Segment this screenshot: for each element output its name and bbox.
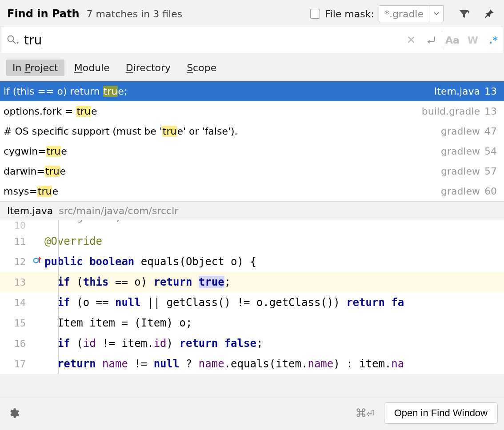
result-location: gradlew 57 (441, 166, 497, 177)
code-preview[interactable]: 10String name;11@Override12public boolea… (0, 220, 504, 374)
results-list: if (this == o) return true;Item.java 13o… (0, 81, 504, 201)
dialog-title: Find in Path (7, 8, 80, 20)
dialog-footer: ⌘⏎ Open in Find Window (0, 398, 504, 430)
svg-line-1 (13, 41, 16, 44)
preview-file: Item.java (7, 205, 53, 216)
code-line[interactable]: 14 if (o == null || getClass() != o.getC… (0, 292, 504, 313)
code-line[interactable]: 13 if (this == o) return true; (0, 272, 504, 292)
result-row[interactable]: if (this == o) return true;Item.java 13 (0, 81, 504, 101)
line-number: 14 (0, 297, 44, 308)
shortcut-hint: ⌘⏎ (355, 406, 374, 420)
code-line[interactable]: 12public boolean equals(Object o) { (0, 251, 504, 272)
file-mask-select[interactable]: *.gradle (379, 5, 444, 22)
dialog-header: Find in Path 7 matches in 3 files File m… (0, 0, 504, 27)
scope-tabs: In Project Module Directory Scope (0, 53, 504, 81)
result-row[interactable]: darwin=truegradlew 57 (0, 161, 504, 181)
words-toggle[interactable]: W (463, 27, 483, 53)
gear-icon[interactable] (6, 406, 21, 421)
result-location: build.gradle 13 (422, 106, 497, 117)
tab-directory[interactable]: Directory (120, 60, 177, 76)
line-number: 11 (0, 236, 44, 247)
search-query-display: tru (20, 33, 42, 48)
tab-scope[interactable]: Scope (180, 60, 223, 76)
code-line[interactable]: 16 if (id != item.id) return false; (0, 333, 504, 354)
match-case-toggle[interactable]: Aa (442, 27, 463, 53)
newline-icon[interactable] (421, 27, 442, 53)
file-mask-value: *.gradle (379, 8, 429, 20)
line-number: 13 (0, 277, 44, 288)
code-line[interactable]: 17 return name != null ? name.equals(ite… (0, 354, 504, 374)
preview-path: src/main/java/com/srcclr (59, 205, 178, 216)
indent-guide (58, 220, 59, 374)
code-content: if (o == null || getClass() != o.getClas… (44, 296, 404, 309)
result-row[interactable]: options.fork = truebuild.gradle 13 (0, 101, 504, 121)
code-content: return name != null ? name.equals(item.n… (44, 358, 404, 370)
line-number: 15 (0, 318, 44, 329)
result-text: msys=true (4, 186, 58, 197)
override-marker-icon[interactable] (33, 256, 42, 267)
result-text: cygwin=true (4, 146, 67, 157)
code-content: if (id != item.id) return false; (44, 337, 263, 350)
file-mask-checkbox[interactable] (310, 9, 320, 19)
regex-toggle[interactable]: .* (483, 27, 504, 53)
code-content: public boolean equals(Object o) { (44, 255, 256, 268)
filter-icon[interactable]: ▾ (458, 6, 473, 21)
pin-icon[interactable] (482, 6, 497, 21)
search-bar: ▾ tru ✕ Aa W .* (0, 27, 504, 53)
code-line[interactable]: 11@Override (0, 231, 504, 251)
file-mask-label: File mask: (325, 8, 374, 20)
result-location: Item.java 13 (434, 86, 497, 97)
result-text: options.fork = true (4, 106, 97, 117)
chevron-down-icon[interactable] (429, 6, 443, 22)
match-count: 7 matches in 3 files (87, 8, 306, 20)
result-text: if (this == o) return true; (4, 86, 127, 97)
svg-point-2 (34, 259, 38, 263)
result-text: # OS specific support (must be 'true' or… (4, 126, 238, 137)
result-location: gradlew 54 (441, 146, 497, 157)
tab-module[interactable]: Module (68, 60, 116, 76)
open-in-find-window-button[interactable]: Open in Find Window (384, 402, 498, 424)
result-row[interactable]: msys=truegradlew 60 (0, 181, 504, 201)
tab-in-project[interactable]: In Project (6, 60, 64, 76)
line-number: 17 (0, 358, 44, 370)
code-content: @Override (44, 235, 102, 247)
line-number: 12 (0, 256, 44, 267)
svg-point-0 (8, 36, 14, 42)
result-row[interactable]: # OS specific support (must be 'true' or… (0, 121, 504, 141)
clear-icon[interactable]: ✕ (401, 27, 421, 53)
search-icon[interactable]: ▾ (7, 35, 20, 45)
code-content: if (this == o) return true; (44, 276, 231, 288)
result-location: gradlew 60 (441, 186, 497, 197)
code-line[interactable]: 15 Item item = (Item) o; (0, 313, 504, 333)
line-number: 16 (0, 338, 44, 349)
result-text: darwin=true (4, 166, 66, 177)
result-row[interactable]: cygwin=truegradlew 54 (0, 141, 504, 161)
code-content: Item item = (Item) o; (44, 317, 192, 329)
result-location: gradlew 47 (441, 126, 497, 137)
preview-header: Item.java src/main/java/com/srcclr (0, 201, 504, 220)
